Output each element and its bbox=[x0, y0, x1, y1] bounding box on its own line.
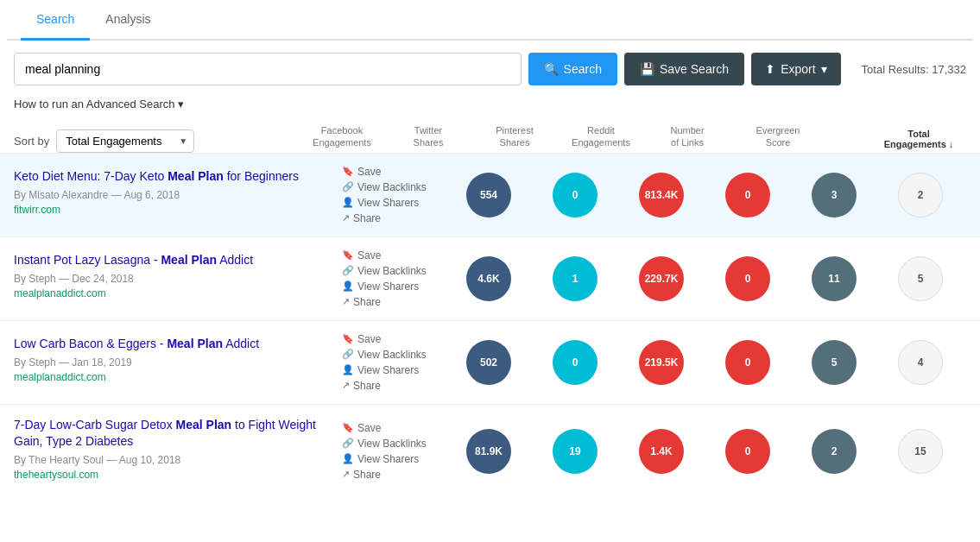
metric-facebook: 554 bbox=[446, 173, 532, 217]
metric-evergreen: 5 bbox=[877, 256, 964, 301]
metric-pinterest: 219.5K bbox=[618, 340, 705, 385]
result-title[interactable]: 7-Day Low-Carb Sugar Detox Meal Plan to … bbox=[14, 417, 332, 451]
metric-facebook: 502 bbox=[446, 340, 532, 385]
metric-evergreen: 2 bbox=[877, 173, 964, 217]
view-sharers-action[interactable]: 👤View Sharers bbox=[342, 364, 446, 376]
col-header-twitter: TwitterShares bbox=[385, 124, 471, 153]
total-results: Total Results: 17,332 bbox=[862, 63, 966, 76]
metric-total: 220K bbox=[964, 356, 980, 369]
result-domain[interactable]: theheartysoul.com bbox=[14, 469, 332, 481]
result-actions: 🔖Save🔗View Backlinks👤View Sharers↗Share bbox=[342, 333, 446, 392]
share-action[interactable]: ↗Share bbox=[342, 380, 446, 392]
col-header-links: Numberof Links bbox=[644, 124, 730, 153]
col-header-pinterest: PinterestShares bbox=[471, 124, 558, 153]
view-backlinks-action[interactable]: 🔗View Backlinks bbox=[342, 349, 446, 361]
result-meta: By Steph — Jan 18, 2019 bbox=[14, 356, 332, 369]
view-sharers-action[interactable]: 👤View Sharers bbox=[342, 280, 446, 293]
search-button[interactable]: 🔍 Search bbox=[528, 53, 617, 85]
advanced-search-link[interactable]: How to run an Advanced Search ▾ bbox=[0, 98, 980, 121]
col-header-total: TotalEngagements ↓ bbox=[871, 129, 966, 153]
search-input[interactable] bbox=[14, 53, 522, 85]
metric-evergreen: 15 bbox=[877, 429, 964, 474]
result-row: Instant Pot Lazy Lasagna - Meal Plan Add… bbox=[0, 236, 980, 320]
view-backlinks-action[interactable]: 🔗View Backlinks bbox=[342, 438, 446, 450]
col-header-reddit: RedditEngagements bbox=[558, 124, 644, 153]
metric-reddit: 0 bbox=[705, 256, 791, 301]
result-actions: 🔖Save🔗View Backlinks👤View Sharers↗Share bbox=[342, 166, 446, 224]
sort-arrow-icon: ↓ bbox=[949, 139, 954, 149]
metric-twitter: 1 bbox=[532, 256, 618, 301]
result-domain[interactable]: fitwirr.com bbox=[14, 204, 332, 216]
result-actions: 🔖Save🔗View Backlinks👤View Sharers↗Share bbox=[342, 422, 446, 481]
result-domain[interactable]: mealplanaddict.com bbox=[14, 371, 332, 383]
view-sharers-action[interactable]: 👤View Sharers bbox=[342, 197, 446, 209]
export-button[interactable]: ⬆ Export ▾ bbox=[751, 53, 840, 85]
save-search-button[interactable]: 💾 Save Search bbox=[624, 53, 744, 85]
metric-pinterest: 229.7K bbox=[618, 256, 705, 301]
result-actions: 🔖Save🔗View Backlinks👤View Sharers↗Share bbox=[342, 249, 446, 308]
metric-links: 5 bbox=[791, 340, 877, 385]
metric-twitter: 0 bbox=[532, 340, 618, 385]
metric-twitter: 19 bbox=[532, 429, 618, 474]
result-domain[interactable]: mealplanaddict.com bbox=[14, 287, 332, 299]
sort-select[interactable]: Total Engagements bbox=[56, 129, 194, 153]
save-action[interactable]: 🔖Save bbox=[342, 333, 446, 345]
col-header-facebook: FacebookEngagements bbox=[299, 124, 385, 153]
metric-links: 3 bbox=[791, 173, 877, 217]
chevron-down-icon: ▾ bbox=[178, 98, 184, 110]
search-bar-row: 🔍 Search 💾 Save Search ⬆ Export ▾ Total … bbox=[0, 41, 980, 98]
save-icon: 💾 bbox=[640, 62, 654, 76]
share-action[interactable]: ↗Share bbox=[342, 469, 446, 481]
metric-reddit: 0 bbox=[705, 429, 791, 474]
result-row: Low Carb Bacon & Eggers - Meal Plan Addi… bbox=[0, 320, 980, 404]
result-meta: By Steph — Dec 24, 2018 bbox=[14, 273, 332, 285]
metric-total: 234.3K bbox=[964, 272, 980, 286]
result-meta: By Misato Alexandre — Aug 6, 2018 bbox=[14, 189, 332, 201]
view-backlinks-action[interactable]: 🔗View Backlinks bbox=[342, 265, 446, 277]
metric-reddit: 0 bbox=[705, 340, 791, 385]
metric-total: 813.9K bbox=[964, 188, 980, 202]
result-title[interactable]: Keto Diet Menu: 7-Day Keto Meal Plan for… bbox=[14, 168, 332, 186]
metric-pinterest: 1.4K bbox=[618, 429, 705, 474]
view-sharers-action[interactable]: 👤View Sharers bbox=[342, 453, 446, 465]
result-meta: By The Hearty Soul — Aug 10, 2018 bbox=[14, 454, 332, 466]
chevron-down-icon: ▾ bbox=[821, 62, 827, 76]
sort-label: Sort by bbox=[14, 135, 49, 148]
metric-links: 2 bbox=[791, 429, 877, 474]
metric-reddit: 0 bbox=[705, 173, 791, 217]
search-icon: 🔍 bbox=[544, 62, 559, 76]
result-title[interactable]: Low Carb Bacon & Eggers - Meal Plan Addi… bbox=[14, 336, 332, 353]
tab-analysis[interactable]: Analysis bbox=[90, 0, 166, 41]
metric-links: 11 bbox=[791, 256, 877, 301]
save-action[interactable]: 🔖Save bbox=[342, 422, 446, 434]
share-action[interactable]: ↗Share bbox=[342, 212, 446, 224]
result-row: 7-Day Low-Carb Sugar Detox Meal Plan to … bbox=[0, 404, 980, 498]
tab-search[interactable]: Search bbox=[21, 0, 90, 41]
save-action[interactable]: 🔖Save bbox=[342, 166, 446, 178]
save-action[interactable]: 🔖Save bbox=[342, 249, 446, 262]
metric-twitter: 0 bbox=[532, 173, 618, 217]
share-action[interactable]: ↗Share bbox=[342, 296, 446, 308]
metric-pinterest: 813.4K bbox=[618, 173, 705, 217]
results-list: Keto Diet Menu: 7-Day Keto Meal Plan for… bbox=[0, 153, 980, 498]
metric-total: 83.4K bbox=[964, 444, 980, 458]
metric-facebook: 81.9K bbox=[446, 429, 532, 474]
col-header-evergreen: EvergreenScore bbox=[730, 124, 825, 153]
metric-evergreen: 4 bbox=[877, 340, 964, 385]
result-title[interactable]: Instant Pot Lazy Lasagna - Meal Plan Add… bbox=[14, 252, 332, 269]
view-backlinks-action[interactable]: 🔗View Backlinks bbox=[342, 181, 446, 193]
metric-facebook: 4.6K bbox=[446, 256, 532, 301]
export-icon: ⬆ bbox=[765, 62, 775, 76]
tab-bar: Search Analysis bbox=[7, 0, 973, 41]
result-row: Keto Diet Menu: 7-Day Keto Meal Plan for… bbox=[0, 153, 980, 236]
